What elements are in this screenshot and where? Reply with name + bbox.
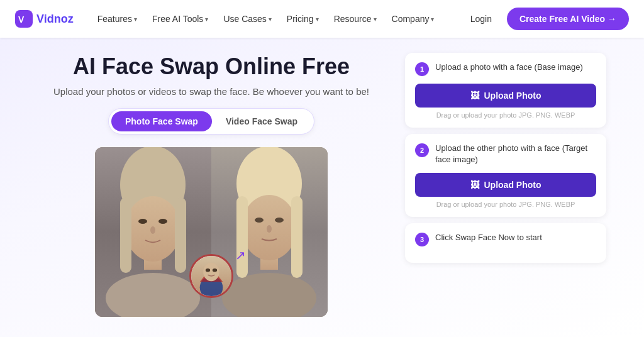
login-button[interactable]: Login bbox=[463, 10, 499, 28]
nav-pricing[interactable]: Pricing ▾ bbox=[280, 10, 325, 28]
svg-text:V: V bbox=[18, 14, 25, 25]
hero-subtitle: Upload your photos or videos to swap the… bbox=[53, 86, 369, 97]
hero-title: AI Face Swap Online Free bbox=[73, 53, 350, 80]
svg-rect-11 bbox=[175, 197, 186, 273]
brand-name: Vidnoz bbox=[36, 13, 74, 26]
svg-point-7 bbox=[158, 219, 167, 224]
svg-point-24 bbox=[267, 225, 272, 233]
step-2-header: 2 Upload the other photo with a face (Ta… bbox=[415, 143, 596, 165]
svg-point-23 bbox=[275, 218, 284, 223]
nav-resource[interactable]: Resource ▾ bbox=[328, 10, 383, 28]
svg-point-15 bbox=[203, 263, 219, 281]
chevron-down-icon: ▾ bbox=[269, 16, 272, 23]
left-panel: AI Face Swap Online Free Upload your pho… bbox=[38, 53, 385, 317]
svg-rect-27 bbox=[291, 196, 303, 278]
chevron-down-icon: ▾ bbox=[134, 16, 137, 23]
tab-group: Photo Face Swap Video Face Swap bbox=[108, 108, 314, 135]
step-1-description: Upload a photo with a face (Base image) bbox=[435, 62, 583, 73]
upload-icon-2: 🖼 bbox=[470, 180, 479, 190]
step-2-description: Upload the other photo with a face (Targ… bbox=[435, 143, 596, 165]
step-3-header: 3 Click Swap Face Now to start bbox=[415, 232, 596, 246]
svg-point-16 bbox=[206, 268, 210, 272]
step-1-number: 1 bbox=[415, 62, 429, 76]
logo-icon: V bbox=[15, 10, 33, 28]
chevron-down-icon: ▾ bbox=[205, 16, 208, 23]
upload-photo-button-2[interactable]: 🖼 Upload Photo bbox=[415, 173, 596, 197]
nav-free-ai-tools[interactable]: Free AI Tools ▾ bbox=[146, 10, 214, 28]
tab-photo-face-swap[interactable]: Photo Face Swap bbox=[111, 111, 212, 131]
drag-hint-2: Drag or upload your photo JPG. PNG. WEBP bbox=[415, 201, 596, 208]
step-2-card: 2 Upload the other photo with a face (Ta… bbox=[405, 134, 606, 217]
swap-face-svg bbox=[191, 254, 231, 298]
nav-links: Features ▾ Free AI Tools ▾ Use Cases ▾ P… bbox=[91, 10, 463, 28]
nav-actions: Login Create Free AI Video → bbox=[463, 8, 629, 30]
step-3-description: Click Swap Face Now to start bbox=[435, 232, 542, 243]
drag-hint-1: Drag or upload your photo JPG. PNG. WEBP bbox=[415, 111, 596, 119]
step-1-card: 1 Upload a photo with a face (Base image… bbox=[405, 53, 606, 128]
step-2-number: 2 bbox=[415, 143, 429, 157]
nav-company[interactable]: Company ▾ bbox=[386, 10, 441, 28]
right-panel: 1 Upload a photo with a face (Base image… bbox=[405, 53, 606, 317]
upload-icon-1: 🖼 bbox=[470, 91, 479, 101]
chevron-down-icon: ▾ bbox=[316, 16, 319, 23]
main-content: AI Face Swap Online Free Upload your pho… bbox=[0, 38, 644, 317]
chevron-down-icon: ▾ bbox=[374, 16, 377, 23]
swap-face-circle bbox=[189, 254, 233, 298]
svg-point-8 bbox=[150, 226, 155, 234]
svg-point-17 bbox=[213, 268, 217, 272]
swap-overlay: ↗ bbox=[189, 254, 233, 298]
logo-link[interactable]: V Vidnoz bbox=[15, 10, 74, 28]
step-3-number: 3 bbox=[415, 233, 429, 246]
svg-rect-26 bbox=[236, 196, 248, 278]
svg-point-22 bbox=[255, 218, 264, 223]
swap-arrow-icon: ↗ bbox=[235, 248, 246, 263]
chevron-down-icon: ▾ bbox=[431, 16, 434, 23]
navbar: V Vidnoz Features ▾ Free AI Tools ▾ Use … bbox=[0, 0, 644, 38]
demo-image-container: ↗ bbox=[95, 147, 328, 317]
nav-features[interactable]: Features ▾ bbox=[91, 10, 143, 28]
step-1-header: 1 Upload a photo with a face (Base image… bbox=[415, 62, 596, 76]
upload-photo-button-1[interactable]: 🖼 Upload Photo bbox=[415, 84, 596, 108]
svg-rect-10 bbox=[120, 197, 131, 273]
step-3-card: 3 Click Swap Face Now to start bbox=[405, 223, 606, 263]
tab-video-face-swap[interactable]: Video Face Swap bbox=[212, 111, 311, 131]
svg-point-6 bbox=[138, 219, 147, 224]
nav-use-cases[interactable]: Use Cases ▾ bbox=[217, 10, 277, 28]
create-free-video-button[interactable]: Create Free AI Video → bbox=[507, 8, 629, 30]
